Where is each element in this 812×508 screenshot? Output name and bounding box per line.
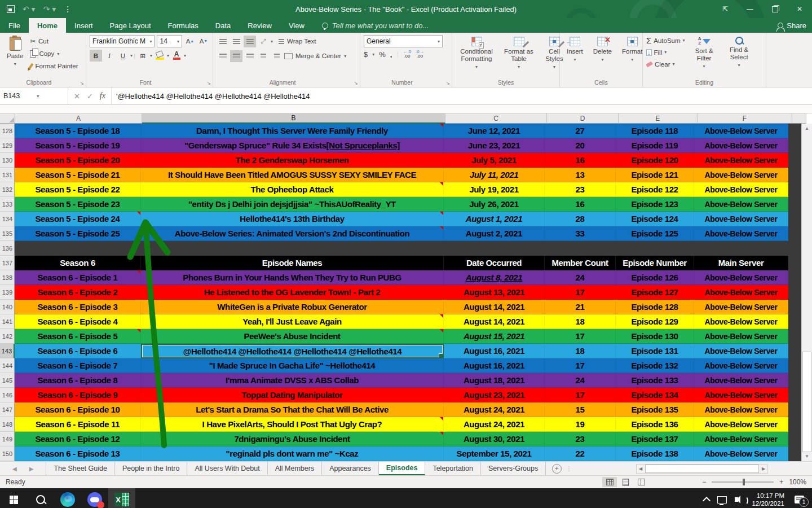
cell-C130[interactable]: July 5, 2021 [444, 153, 545, 168]
cell-E129[interactable]: Episode 119 [616, 138, 694, 153]
row-header-150[interactable]: 150 [0, 446, 15, 461]
clear-button[interactable]: Clear▾ [646, 59, 685, 69]
wrap-text-button[interactable]: Wrap Text [279, 35, 316, 47]
cell-C149[interactable]: August 30, 2021 [444, 432, 545, 446]
cell-C128[interactable]: June 12, 2021 [444, 124, 545, 138]
cell-F129[interactable]: Above-Below Server [694, 138, 788, 153]
merge-center-button[interactable]: Merge & Center▾ [284, 50, 346, 62]
cell-D146[interactable]: 17 [545, 388, 616, 402]
cell-C139[interactable]: August 13, 2021 [444, 285, 545, 300]
grow-font-button[interactable]: A▲ [184, 35, 196, 47]
zoom-in-button[interactable]: + [779, 478, 783, 486]
autosum-button[interactable]: ΣAutoSum▾ [646, 35, 685, 46]
row-header-141[interactable]: 141 [0, 314, 15, 329]
cell-E146[interactable]: Episode 134 [616, 388, 694, 402]
top-align-button[interactable] [217, 36, 229, 47]
cell-D130[interactable]: 16 [545, 153, 616, 168]
italic-button[interactable]: I [103, 50, 116, 62]
scroll-down-icon[interactable]: ▼ [802, 452, 812, 461]
cell-B130[interactable]: The 2 Genderswap Horsemen [141, 153, 444, 168]
cell-F140[interactable]: Above-Below Server [694, 300, 788, 314]
percent-style-button[interactable]: % [379, 50, 386, 59]
cell-B140[interactable]: WhiteGen is a Private Robux Generator [141, 300, 444, 314]
font-size-select[interactable]: 14▾ [157, 35, 182, 47]
cell-D139[interactable]: 17 [545, 285, 616, 300]
cell-B149[interactable]: 7dnigamingu's Abuse Incident [141, 432, 444, 446]
cell-C132[interactable]: July 19, 2021 [444, 182, 545, 197]
cell-C137[interactable]: Date Occurred [444, 256, 545, 270]
cell-F130[interactable]: Above-Below Server [694, 153, 788, 168]
cell-B134[interactable]: Hellothe414's 13th Birthday [141, 212, 444, 226]
sheet-nav-right-icon[interactable]: ▶ [29, 466, 34, 472]
sheet-tab-appearances[interactable]: Appearances [322, 462, 379, 475]
cell-B145[interactable]: I'mma Animate DVSS x ABS Collab [141, 373, 444, 388]
number-dialog-launcher-icon[interactable]: ↘ [445, 80, 450, 86]
row-header-140[interactable]: 140 [0, 300, 15, 314]
cell-E149[interactable]: Episode 137 [616, 432, 694, 446]
cell-C140[interactable]: August 14, 2021 [444, 300, 545, 314]
menu-tab-insert[interactable]: Insert [66, 18, 102, 33]
column-header-B[interactable]: B [142, 113, 445, 124]
align-right-button[interactable] [244, 50, 256, 62]
cell-C133[interactable]: July 26, 2021 [444, 197, 545, 212]
cell-E141[interactable]: Episode 129 [616, 314, 694, 329]
align-left-button[interactable] [217, 50, 229, 62]
row-header-149[interactable]: 149 [0, 432, 15, 446]
cell-A131[interactable]: Season 5 - Episode 21 [15, 168, 141, 182]
network-icon[interactable] [717, 496, 727, 503]
scroll-left-icon[interactable]: ◀ [637, 466, 645, 471]
tray-expand-icon[interactable] [703, 496, 710, 504]
cell-F132[interactable]: Above-Below Server [694, 182, 788, 197]
row-header-133[interactable]: 133 [0, 197, 15, 212]
cell-C129[interactable]: June 23, 2021 [444, 138, 545, 153]
bottom-align-button[interactable] [244, 36, 256, 47]
cell-D135[interactable]: 33 [545, 226, 616, 241]
insert-function-icon[interactable]: fx [100, 91, 105, 100]
zoom-slider[interactable] [712, 481, 774, 483]
column-header-C[interactable]: C [445, 113, 547, 124]
horizontal-scrollbar[interactable]: ◀ ▶ [636, 464, 768, 474]
row-header-147[interactable]: 147 [0, 402, 15, 417]
cell-B135[interactable]: Above-Below Series: Animated Version's 2… [141, 226, 444, 241]
cell-D143[interactable]: 18 [545, 344, 616, 358]
cell-E135[interactable]: Episode 125 [616, 226, 694, 241]
sheet-tab-the-sheet-guide[interactable]: The Sheet Guide [46, 462, 115, 475]
paste-button[interactable]: Paste▾ [3, 35, 27, 78]
cell-D150[interactable]: 22 [545, 446, 616, 461]
borders-button[interactable]: ⊞ [136, 50, 149, 62]
cell-C141[interactable]: August 14, 2021 [444, 314, 545, 329]
cell-F148[interactable]: Above-Below Server [694, 417, 788, 432]
cell-B129[interactable]: "Genderswap Spruce" Rule 34 Exists [Not … [141, 138, 444, 153]
scroll-right-icon[interactable]: ▶ [760, 466, 767, 471]
cell-B141[interactable]: Yeah, I'll Just Leave Again [141, 314, 444, 329]
row-header-145[interactable]: 145 [0, 373, 15, 388]
cell-F147[interactable]: Above-Below Server [694, 402, 788, 417]
alignment-dialog-launcher-icon[interactable]: ↘ [354, 80, 358, 86]
row-header-131[interactable]: 131 [0, 168, 15, 182]
cell-E137[interactable]: Episode Number [616, 256, 694, 270]
cell-B148[interactable]: I Have PixelArts, Should I Post That Ugl… [141, 417, 444, 432]
column-header-A[interactable]: A [15, 113, 142, 124]
cell-A140[interactable]: Season 6 - Episode 3 [15, 300, 141, 314]
row-header-132[interactable]: 132 [0, 182, 15, 197]
menu-tab-home[interactable]: Home [29, 18, 66, 33]
cell-B142[interactable]: PeeWee's Abuse Incident [141, 329, 444, 344]
sheet-tab-servers-groups[interactable]: Servers-Groups [481, 462, 546, 475]
sheet-tab-all-users-with-debut[interactable]: All Users With Debut [187, 462, 267, 475]
cell-D144[interactable]: 17 [545, 358, 616, 373]
cell-C143[interactable]: August 16, 2021 [444, 344, 545, 358]
cell-D128[interactable]: 27 [545, 124, 616, 138]
menu-tab-view[interactable]: View [280, 18, 313, 33]
cell-A144[interactable]: Season 6 - Episode 7 [15, 358, 141, 373]
decrease-indent-button[interactable] [257, 50, 270, 62]
font-dialog-launcher-icon[interactable]: ↘ [206, 80, 211, 86]
cell-F139[interactable]: Above-Below Server [694, 285, 788, 300]
cell-E139[interactable]: Episode 127 [616, 285, 694, 300]
cell-A139[interactable]: Season 6 - Episode 2 [15, 285, 141, 300]
cell-D147[interactable]: 15 [545, 402, 616, 417]
cell-A147[interactable]: Season 6 - Episode 10 [15, 402, 141, 417]
row-header-134[interactable]: 134 [0, 212, 15, 226]
cell-D145[interactable]: 24 [545, 373, 616, 388]
cell-A149[interactable]: Season 6 - Episode 12 [15, 432, 141, 446]
page-layout-view-button[interactable] [618, 477, 633, 487]
